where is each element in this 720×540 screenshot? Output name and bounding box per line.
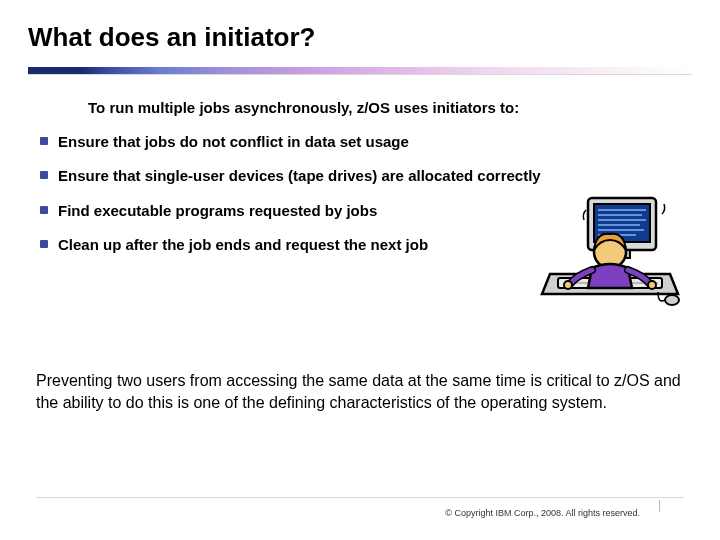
- svg-point-13: [665, 295, 679, 305]
- intro-text: To run multiple jobs asynchronously, z/O…: [88, 99, 684, 116]
- footer-tick: [659, 500, 660, 512]
- title-underline: [28, 67, 692, 75]
- computer-user-clipart-icon: [540, 192, 680, 322]
- bullet-item: Ensure that jobs do not conflict in data…: [36, 132, 684, 152]
- svg-point-16: [648, 281, 656, 289]
- svg-point-15: [564, 281, 572, 289]
- slide-title: What does an initiator?: [28, 22, 692, 53]
- closing-paragraph: Preventing two users from accessing the …: [36, 370, 684, 413]
- copyright-text: © Copyright IBM Corp., 2008. All rights …: [445, 508, 640, 518]
- title-area: What does an initiator?: [0, 0, 720, 59]
- footer-divider: [36, 497, 684, 498]
- bullet-item: Ensure that single-user devices (tape dr…: [36, 166, 684, 186]
